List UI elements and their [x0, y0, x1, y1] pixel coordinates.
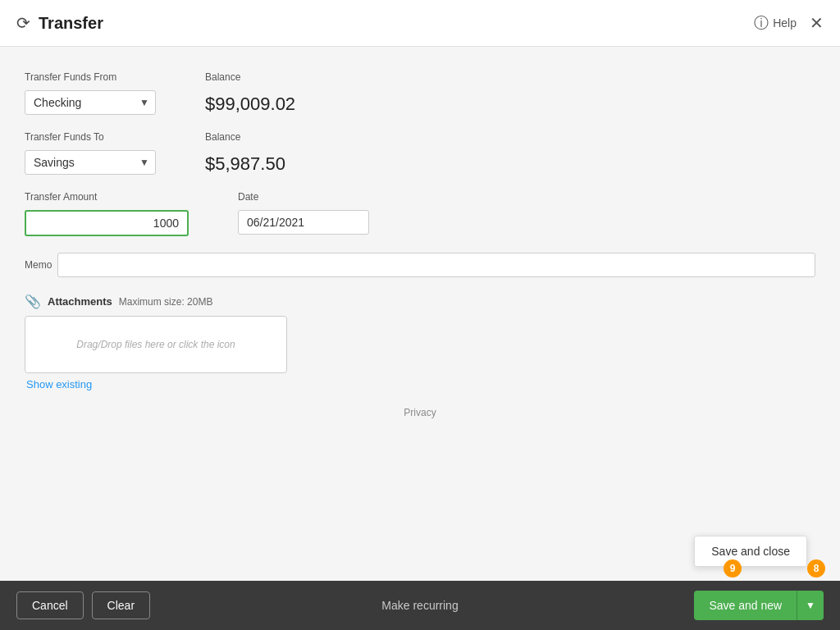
header: ⟳ Transfer ⓘ Help ✕ — [0, 0, 840, 47]
date-input[interactable] — [238, 210, 369, 235]
footer-left: Cancel Clear — [16, 591, 150, 619]
date-label: Date — [238, 191, 369, 203]
help-label: Help — [773, 16, 797, 30]
make-recurring-label: Make recurring — [381, 599, 458, 612]
transfer-to-row: Transfer Funds To Savings Checking Money… — [25, 131, 815, 175]
close-button[interactable]: ✕ — [810, 15, 824, 31]
amount-group: Transfer Amount — [25, 191, 189, 236]
save-new-dropdown-button[interactable]: ▼ — [797, 591, 824, 620]
drop-zone-text: Drag/Drop files here or click the icon — [76, 339, 235, 350]
transfer-to-group: Transfer Funds To Savings Checking Money… — [25, 131, 156, 175]
header-left: ⟳ Transfer — [16, 13, 103, 33]
help-icon: ⓘ — [754, 13, 769, 33]
privacy-text: Privacy — [25, 407, 815, 418]
badge-9: 9 — [724, 559, 742, 578]
save-new-group: Save and new ▼ — [694, 591, 824, 620]
balance-from-value: $99,009.02 — [205, 94, 295, 115]
paperclip-icon: 📎 — [25, 294, 41, 309]
amount-label: Transfer Amount — [25, 191, 189, 203]
cancel-button[interactable]: Cancel — [16, 591, 84, 619]
amount-input[interactable] — [25, 210, 189, 236]
transfer-from-balance-group: Balance $99,009.02 — [205, 71, 295, 115]
memo-row: Memo — [25, 253, 815, 277]
transfer-from-select-wrapper: Checking Savings Money Market ▼ — [25, 90, 156, 115]
memo-label: Memo — [25, 259, 57, 271]
help-button[interactable]: ⓘ Help — [754, 13, 797, 33]
balance-to-label: Balance — [205, 131, 285, 143]
amount-date-row: Transfer Amount Date — [25, 191, 815, 236]
main-content: Transfer Funds From Checking Savings Mon… — [0, 47, 840, 581]
transfer-from-label: Transfer Funds From — [25, 71, 156, 83]
attachments-label: Attachments — [48, 295, 112, 308]
date-group: Date — [238, 191, 369, 235]
clear-button[interactable]: Clear — [92, 591, 150, 619]
attachments-header: 📎 Attachments Maximum size: 20MB — [25, 294, 815, 309]
transfer-to-label: Transfer Funds To — [25, 131, 156, 143]
attachments-max-size: Maximum size: 20MB — [119, 296, 213, 308]
footer-center: Make recurring — [381, 598, 458, 613]
save-and-new-button[interactable]: Save and new — [694, 591, 797, 620]
badge-8: 8 — [807, 559, 825, 578]
page-title: Transfer — [39, 14, 103, 33]
transfer-from-select[interactable]: Checking Savings Money Market — [25, 90, 156, 115]
show-existing-link[interactable]: Show existing — [26, 378, 815, 390]
balance-from-label: Balance — [205, 71, 295, 83]
memo-input[interactable] — [57, 253, 815, 277]
transfer-icon: ⟳ — [16, 13, 30, 33]
save-and-close-button[interactable]: Save and close — [695, 536, 806, 566]
transfer-to-balance-group: Balance $5,987.50 — [205, 131, 285, 175]
save-and-close-popup: Save and close — [694, 536, 807, 567]
transfer-to-select[interactable]: Savings Checking Money Market — [25, 150, 156, 175]
footer: Cancel Clear Make recurring Save and clo… — [0, 581, 840, 630]
drop-zone[interactable]: Drag/Drop files here or click the icon — [25, 316, 287, 373]
transfer-to-select-wrapper: Savings Checking Money Market ▼ — [25, 150, 156, 175]
balance-to-value: $5,987.50 — [205, 153, 285, 175]
header-right: ⓘ Help ✕ — [754, 13, 824, 33]
footer-right: Save and close 9 Save and new ▼ 8 — [694, 591, 824, 620]
attachments-section: 📎 Attachments Maximum size: 20MB Drag/Dr… — [25, 294, 815, 390]
transfer-from-row: Transfer Funds From Checking Savings Mon… — [25, 71, 815, 115]
transfer-from-group: Transfer Funds From Checking Savings Mon… — [25, 71, 156, 115]
